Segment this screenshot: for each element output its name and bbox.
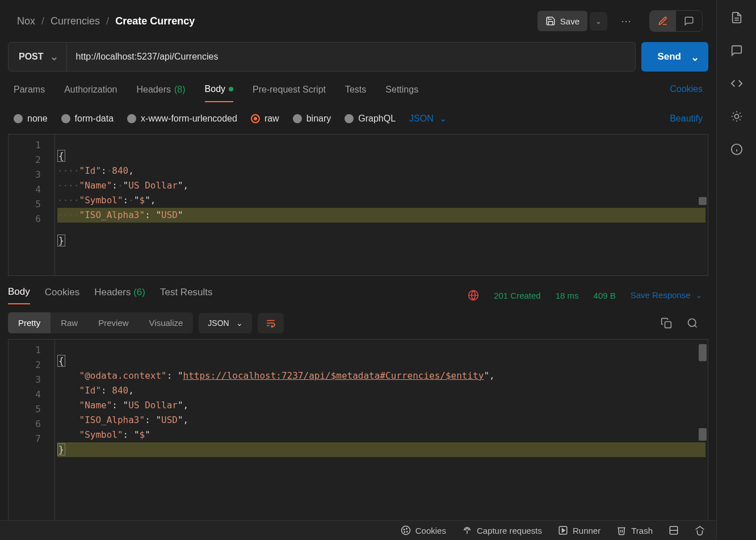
wrap-lines-button[interactable] xyxy=(258,313,284,333)
response-tab-cookies[interactable]: Cookies xyxy=(45,287,79,304)
view-pretty[interactable]: Pretty xyxy=(8,312,51,333)
response-gutter: 1234567 xyxy=(9,340,55,539)
tab-headers[interactable]: Headers (8) xyxy=(137,84,186,102)
cookies-link[interactable]: Cookies xyxy=(670,84,703,102)
scrollbar-thumb[interactable] xyxy=(699,197,707,205)
modified-dot-icon xyxy=(229,87,233,91)
breadcrumb: Nox / Currencies / Create Currency xyxy=(17,15,531,27)
response-body-editor[interactable]: 1234567 { "@odata.context": "https://loc… xyxy=(8,339,708,540)
svg-point-14 xyxy=(734,114,738,118)
trash-icon xyxy=(616,525,627,535)
save-options-button[interactable]: ⌄ xyxy=(590,12,607,31)
footer-cookies[interactable]: Cookies xyxy=(401,525,446,535)
help-icon xyxy=(695,525,705,535)
comment-icon xyxy=(684,16,694,26)
response-status: 201 Created xyxy=(494,291,541,300)
scrollbar-thumb[interactable] xyxy=(699,344,707,361)
svg-point-6 xyxy=(406,531,408,533)
body-type-none[interactable]: none xyxy=(14,114,48,124)
comment-mode-button[interactable] xyxy=(676,11,702,31)
view-visualize[interactable]: Visualize xyxy=(139,312,194,333)
edit-mode-button[interactable] xyxy=(650,11,676,31)
footer-layout[interactable] xyxy=(669,525,679,535)
svg-point-7 xyxy=(404,531,405,533)
tab-tests[interactable]: Tests xyxy=(345,84,366,102)
right-sidebar xyxy=(716,0,756,540)
svg-point-2 xyxy=(688,319,696,326)
footer-trash[interactable]: Trash xyxy=(616,525,653,535)
body-subtype-select[interactable]: JSON⌄ xyxy=(409,113,447,124)
comments-icon[interactable] xyxy=(730,44,743,57)
response-size: 409 B xyxy=(594,291,616,300)
copy-response-button[interactable] xyxy=(656,313,677,333)
footer-help[interactable] xyxy=(695,525,705,535)
tab-settings[interactable]: Settings xyxy=(385,84,418,102)
status-bar: Cookies Capture requests Runner Trash xyxy=(0,520,716,540)
request-body-code[interactable]: { ····"Id":·840, ····"Name":·"US Dollar"… xyxy=(55,135,708,275)
breadcrumb-collection[interactable]: Currencies xyxy=(51,15,100,27)
method-select[interactable]: POST xyxy=(8,42,67,72)
footer-capture[interactable]: Capture requests xyxy=(462,525,542,535)
breadcrumb-root[interactable]: Nox xyxy=(17,15,35,27)
code-icon[interactable] xyxy=(730,77,743,90)
info-icon[interactable] xyxy=(730,143,743,156)
network-icon[interactable] xyxy=(468,290,479,301)
request-body-editor[interactable]: 123456 { ····"Id":·840, ····"Name":·"US … xyxy=(8,134,708,276)
svg-marker-9 xyxy=(562,529,565,532)
body-type-formdata[interactable]: form-data xyxy=(61,114,114,124)
response-tab-tests[interactable]: Test Results xyxy=(160,287,213,304)
copy-icon xyxy=(661,317,672,329)
svg-point-5 xyxy=(406,528,407,529)
response-tab-body[interactable]: Body xyxy=(8,286,30,304)
pencil-icon xyxy=(658,16,668,26)
tab-prerequest[interactable]: Pre-request Script xyxy=(253,84,326,102)
request-gutter: 123456 xyxy=(9,135,55,275)
save-icon xyxy=(545,16,556,26)
wrap-icon xyxy=(266,319,276,328)
satellite-icon xyxy=(462,525,472,535)
footer-runner[interactable]: Runner xyxy=(558,525,600,535)
response-format-select[interactable]: JSON⌄ xyxy=(199,313,251,333)
more-actions-button[interactable]: ⋯ xyxy=(614,10,638,32)
documentation-icon[interactable] xyxy=(730,11,743,24)
scrollbar-thumb[interactable] xyxy=(699,428,707,441)
url-input[interactable] xyxy=(67,42,636,72)
body-type-raw[interactable]: raw xyxy=(251,114,279,124)
send-button[interactable]: Send xyxy=(641,42,708,72)
tab-authorization[interactable]: Authorization xyxy=(64,84,117,102)
body-type-urlencoded[interactable]: x-www-form-urlencoded xyxy=(127,114,237,124)
bot-icon[interactable] xyxy=(730,110,743,123)
play-icon xyxy=(558,525,568,535)
svg-rect-1 xyxy=(665,321,671,328)
tab-params[interactable]: Params xyxy=(14,84,45,102)
save-button[interactable]: Save xyxy=(537,11,587,31)
layout-icon xyxy=(669,525,679,535)
body-type-graphql[interactable]: GraphQL xyxy=(345,114,396,124)
svg-point-4 xyxy=(404,529,405,530)
response-tab-headers[interactable]: Headers (6) xyxy=(94,287,145,304)
search-icon xyxy=(687,317,698,329)
view-raw[interactable]: Raw xyxy=(51,312,88,333)
save-response-button[interactable]: Save Response ⌄ xyxy=(631,290,703,300)
body-type-binary[interactable]: binary xyxy=(293,114,331,124)
response-body-code[interactable]: { "@odata.context": "https://localhost:7… xyxy=(55,340,708,539)
response-time: 18 ms xyxy=(556,291,579,300)
search-response-button[interactable] xyxy=(682,313,703,333)
tab-body[interactable]: Body xyxy=(205,84,233,102)
breadcrumb-current: Create Currency xyxy=(115,15,195,27)
view-preview[interactable]: Preview xyxy=(88,312,138,333)
beautify-link[interactable]: Beautify xyxy=(670,114,703,124)
cookie-icon xyxy=(401,525,411,535)
svg-point-3 xyxy=(401,526,410,535)
